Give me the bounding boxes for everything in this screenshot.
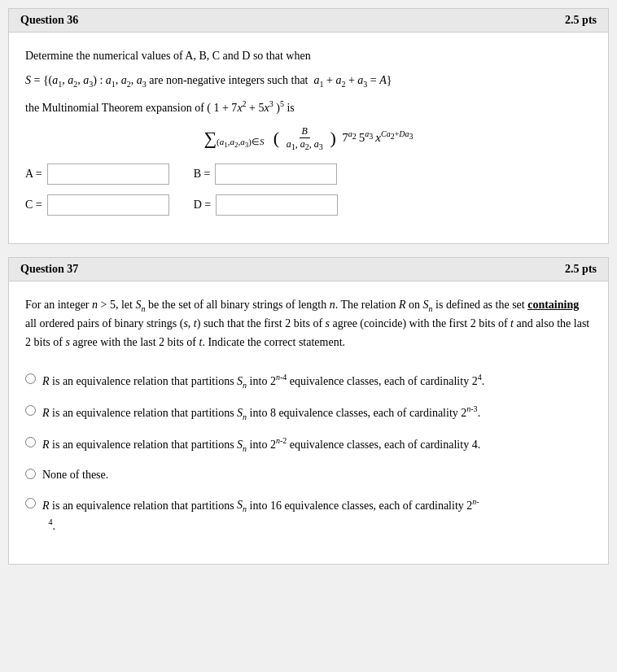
radio-input-5[interactable] — [25, 498, 36, 508]
question-36-intro: Determine the numerical values of A, B, … — [25, 47, 592, 65]
question-36-body: Determine the numerical values of A, B, … — [9, 33, 608, 243]
question-36-set-def: S = {(a1, a2, a3) : a1, a2, a3 are non-n… — [25, 72, 592, 91]
question-36-inputs-row2: C = D = — [25, 194, 592, 216]
input-group-C: C = — [25, 194, 169, 216]
radio-input-4[interactable] — [25, 469, 36, 479]
input-D[interactable] — [216, 194, 338, 216]
question-36-box: Question 36 2.5 pts Determine the numeri… — [8, 8, 609, 244]
question-37-title: Question 37 — [20, 263, 78, 276]
input-group-B: B = — [194, 164, 338, 185]
radio-option-3: R is an equivalence relation that partit… — [25, 434, 592, 455]
label-A: A = — [25, 168, 42, 181]
question-36-title: Question 36 — [20, 14, 78, 27]
option-text-3: R is an equivalence relation that partit… — [42, 434, 480, 455]
input-B[interactable] — [215, 164, 337, 185]
radio-option-1: R is an equivalence relation that partit… — [25, 371, 592, 391]
question-36-formula: ∑(a1,a2,a3)∈S ( B a1, a2, a3 ) 7a2 5a3 x… — [25, 125, 592, 151]
input-group-D: D = — [194, 194, 339, 216]
question-37-box: Question 37 2.5 pts For an integer n > 5… — [8, 257, 609, 565]
question-37-body: For an integer n > 5, let Sn be the set … — [9, 281, 608, 564]
option-text-5: R is an equivalence relation that partit… — [42, 495, 479, 535]
label-C: C = — [25, 199, 42, 212]
radio-input-3[interactable] — [25, 437, 36, 447]
option-text-4: None of these. — [42, 466, 108, 484]
label-D: D = — [194, 199, 212, 212]
option-text-1: R is an equivalence relation that partit… — [42, 371, 484, 391]
radio-option-4: None of these. — [25, 466, 592, 484]
radio-input-2[interactable] — [25, 405, 36, 416]
radio-option-2: R is an equivalence relation that partit… — [25, 403, 592, 423]
question-36-header: Question 36 2.5 pts — [9, 9, 608, 33]
question-36-points: 2.5 pts — [565, 14, 597, 27]
option-text-2: R is an equivalence relation that partit… — [42, 403, 480, 423]
question-37-points: 2.5 pts — [565, 263, 597, 276]
input-A[interactable] — [47, 164, 169, 185]
question-37-header: Question 37 2.5 pts — [9, 258, 608, 281]
question-36-expansion-intro: the Multinomial Theorem expansion of ( 1… — [25, 98, 592, 117]
radio-option-5: R is an equivalence relation that partit… — [25, 495, 592, 535]
input-group-A: A = — [25, 164, 169, 185]
radio-input-1[interactable] — [25, 373, 36, 384]
input-C[interactable] — [47, 194, 169, 216]
question-36-inputs-row1: A = B = — [25, 164, 592, 185]
question-37-text: For an integer n > 5, let Sn be the set … — [25, 296, 592, 352]
label-B: B = — [194, 168, 211, 181]
